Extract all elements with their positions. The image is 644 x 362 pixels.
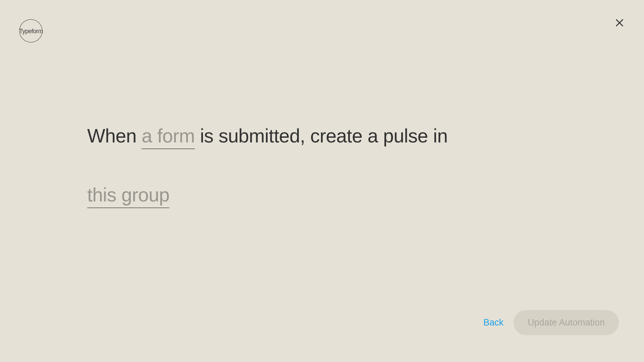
- close-icon: [615, 18, 624, 27]
- close-button[interactable]: [613, 17, 626, 29]
- logo-text: Typeform: [19, 27, 43, 35]
- form-selector[interactable]: a form: [142, 125, 195, 149]
- update-automation-button[interactable]: Update Automation: [514, 310, 619, 335]
- back-button[interactable]: Back: [483, 317, 503, 328]
- sentence-prefix: When: [87, 125, 142, 146]
- automation-sentence: When a form is submitted, create a pulse…: [87, 121, 557, 210]
- sentence-middle: is submitted, create a pulse in: [195, 125, 448, 146]
- typeform-logo: Typeform: [18, 18, 44, 44]
- footer-actions: Back Update Automation: [483, 310, 619, 335]
- group-selector[interactable]: this group: [87, 184, 169, 208]
